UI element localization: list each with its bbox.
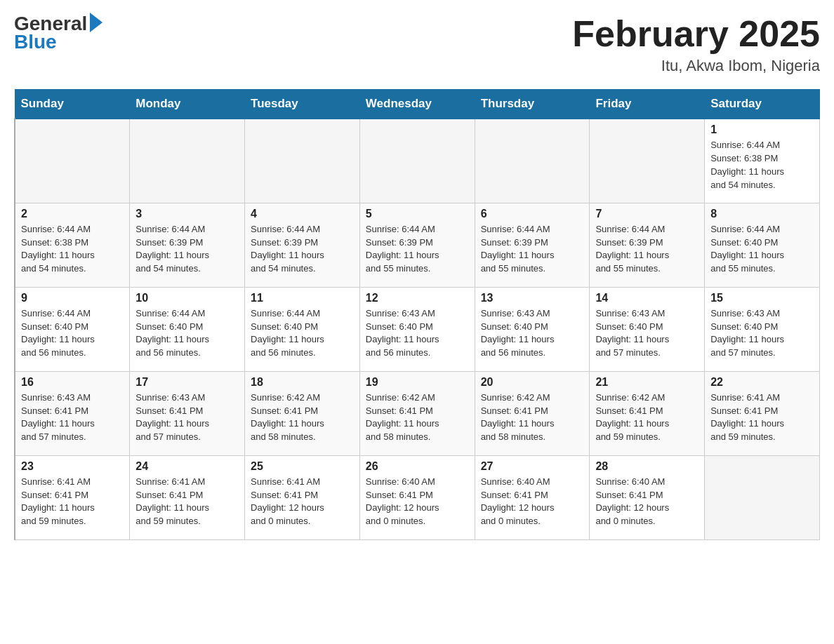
calendar-cell [705,455,820,539]
day-number: 16 [21,376,124,389]
calendar-cell: 9Sunrise: 6:44 AM Sunset: 6:40 PM Daylig… [15,287,130,371]
calendar-cell [245,119,360,203]
day-info: Sunrise: 6:43 AM Sunset: 6:40 PM Dayligh… [710,307,814,360]
calendar-cell: 18Sunrise: 6:42 AM Sunset: 6:41 PM Dayli… [245,371,360,455]
calendar-cell: 23Sunrise: 6:41 AM Sunset: 6:41 PM Dayli… [15,455,130,539]
calendar-cell [475,119,590,203]
calendar-table: SundayMondayTuesdayWednesdayThursdayFrid… [14,89,820,540]
day-number: 14 [595,292,699,304]
day-number: 21 [595,376,699,389]
calendar-cell: 15Sunrise: 6:43 AM Sunset: 6:40 PM Dayli… [705,287,820,371]
calendar-cell: 26Sunrise: 6:40 AM Sunset: 6:41 PM Dayli… [359,455,475,539]
calendar-week-row: 23Sunrise: 6:41 AM Sunset: 6:41 PM Dayli… [15,455,820,539]
calendar-cell: 21Sunrise: 6:42 AM Sunset: 6:41 PM Dayli… [590,371,705,455]
day-info: Sunrise: 6:40 AM Sunset: 6:41 PM Dayligh… [595,476,699,528]
calendar-cell: 20Sunrise: 6:42 AM Sunset: 6:41 PM Dayli… [475,371,590,455]
day-number: 1 [710,123,814,136]
day-number: 20 [481,376,584,389]
day-number: 17 [135,376,239,389]
day-info: Sunrise: 6:42 AM Sunset: 6:41 PM Dayligh… [595,391,699,444]
day-info: Sunrise: 6:42 AM Sunset: 6:41 PM Dayligh… [251,391,354,444]
day-number: 28 [595,460,699,473]
day-info: Sunrise: 6:44 AM Sunset: 6:40 PM Dayligh… [21,307,124,360]
day-info: Sunrise: 6:40 AM Sunset: 6:41 PM Dayligh… [366,476,469,528]
day-info: Sunrise: 6:44 AM Sunset: 6:40 PM Dayligh… [251,307,354,360]
day-info: Sunrise: 6:44 AM Sunset: 6:38 PM Dayligh… [710,139,814,192]
calendar-week-row: 2Sunrise: 6:44 AM Sunset: 6:38 PM Daylig… [15,203,820,287]
day-number: 4 [251,208,354,220]
day-info: Sunrise: 6:44 AM Sunset: 6:39 PM Dayligh… [251,223,354,276]
calendar-cell: 7Sunrise: 6:44 AM Sunset: 6:39 PM Daylig… [590,203,705,287]
calendar-cell: 14Sunrise: 6:43 AM Sunset: 6:40 PM Dayli… [590,287,705,371]
weekday-header-saturday: Saturday [705,90,820,119]
calendar-cell: 5Sunrise: 6:44 AM Sunset: 6:39 PM Daylig… [359,203,475,287]
day-info: Sunrise: 6:44 AM Sunset: 6:38 PM Dayligh… [21,223,124,276]
weekday-header-thursday: Thursday [475,90,590,119]
day-number: 6 [481,208,584,220]
day-info: Sunrise: 6:42 AM Sunset: 6:41 PM Dayligh… [366,391,469,444]
calendar-cell: 22Sunrise: 6:41 AM Sunset: 6:41 PM Dayli… [705,371,820,455]
day-number: 5 [366,208,469,220]
day-number: 11 [251,292,354,304]
calendar-title: February 2025 [572,14,820,54]
calendar-body: 1Sunrise: 6:44 AM Sunset: 6:38 PM Daylig… [15,119,820,539]
day-info: Sunrise: 6:44 AM Sunset: 6:39 PM Dayligh… [135,223,239,276]
calendar-cell: 8Sunrise: 6:44 AM Sunset: 6:40 PM Daylig… [705,203,820,287]
day-info: Sunrise: 6:40 AM Sunset: 6:41 PM Dayligh… [481,476,584,528]
day-info: Sunrise: 6:44 AM Sunset: 6:39 PM Dayligh… [366,223,469,276]
day-number: 25 [251,460,354,473]
day-number: 2 [21,208,124,220]
calendar-cell [130,119,245,203]
day-info: Sunrise: 6:44 AM Sunset: 6:40 PM Dayligh… [135,307,239,360]
weekday-header-monday: Monday [130,90,245,119]
day-info: Sunrise: 6:43 AM Sunset: 6:40 PM Dayligh… [481,307,584,360]
calendar-cell: 19Sunrise: 6:42 AM Sunset: 6:41 PM Dayli… [359,371,475,455]
logo-blue-text: Blue [14,32,57,52]
day-number: 18 [251,376,354,389]
calendar-cell: 6Sunrise: 6:44 AM Sunset: 6:39 PM Daylig… [475,203,590,287]
calendar-cell: 16Sunrise: 6:43 AM Sunset: 6:41 PM Dayli… [15,371,130,455]
day-info: Sunrise: 6:44 AM Sunset: 6:39 PM Dayligh… [481,223,584,276]
calendar-cell: 24Sunrise: 6:41 AM Sunset: 6:41 PM Dayli… [130,455,245,539]
calendar-cell [15,119,130,203]
calendar-cell: 11Sunrise: 6:44 AM Sunset: 6:40 PM Dayli… [245,287,360,371]
calendar-week-row: 1Sunrise: 6:44 AM Sunset: 6:38 PM Daylig… [15,119,820,203]
day-info: Sunrise: 6:43 AM Sunset: 6:40 PM Dayligh… [595,307,699,360]
weekday-header-wednesday: Wednesday [359,90,475,119]
logo: General Blue [14,14,102,52]
calendar-cell: 13Sunrise: 6:43 AM Sunset: 6:40 PM Dayli… [475,287,590,371]
day-number: 27 [481,460,584,473]
calendar-subtitle: Itu, Akwa Ibom, Nigeria [572,57,820,75]
day-info: Sunrise: 6:41 AM Sunset: 6:41 PM Dayligh… [251,476,354,528]
title-block: February 2025 Itu, Akwa Ibom, Nigeria [572,14,820,75]
logo-arrow-icon [90,13,102,32]
calendar-cell: 27Sunrise: 6:40 AM Sunset: 6:41 PM Dayli… [475,455,590,539]
day-info: Sunrise: 6:41 AM Sunset: 6:41 PM Dayligh… [21,476,124,528]
calendar-cell: 25Sunrise: 6:41 AM Sunset: 6:41 PM Dayli… [245,455,360,539]
calendar-cell: 12Sunrise: 6:43 AM Sunset: 6:40 PM Dayli… [359,287,475,371]
day-info: Sunrise: 6:43 AM Sunset: 6:40 PM Dayligh… [366,307,469,360]
day-number: 13 [481,292,584,304]
calendar-cell [590,119,705,203]
day-number: 15 [710,292,814,304]
day-number: 8 [710,208,814,220]
day-number: 23 [21,460,124,473]
day-number: 24 [135,460,239,473]
day-info: Sunrise: 6:43 AM Sunset: 6:41 PM Dayligh… [21,391,124,444]
day-number: 3 [135,208,239,220]
day-number: 12 [366,292,469,304]
calendar-cell: 10Sunrise: 6:44 AM Sunset: 6:40 PM Dayli… [130,287,245,371]
calendar-week-row: 16Sunrise: 6:43 AM Sunset: 6:41 PM Dayli… [15,371,820,455]
calendar-cell: 3Sunrise: 6:44 AM Sunset: 6:39 PM Daylig… [130,203,245,287]
calendar-week-row: 9Sunrise: 6:44 AM Sunset: 6:40 PM Daylig… [15,287,820,371]
day-info: Sunrise: 6:41 AM Sunset: 6:41 PM Dayligh… [710,391,814,444]
calendar-cell: 4Sunrise: 6:44 AM Sunset: 6:39 PM Daylig… [245,203,360,287]
day-info: Sunrise: 6:44 AM Sunset: 6:39 PM Dayligh… [595,223,699,276]
day-info: Sunrise: 6:41 AM Sunset: 6:41 PM Dayligh… [135,476,239,528]
calendar-cell [359,119,475,203]
day-number: 9 [21,292,124,304]
day-number: 22 [710,376,814,389]
day-info: Sunrise: 6:42 AM Sunset: 6:41 PM Dayligh… [481,391,584,444]
weekday-header-row: SundayMondayTuesdayWednesdayThursdayFrid… [15,90,820,119]
weekday-header-friday: Friday [590,90,705,119]
